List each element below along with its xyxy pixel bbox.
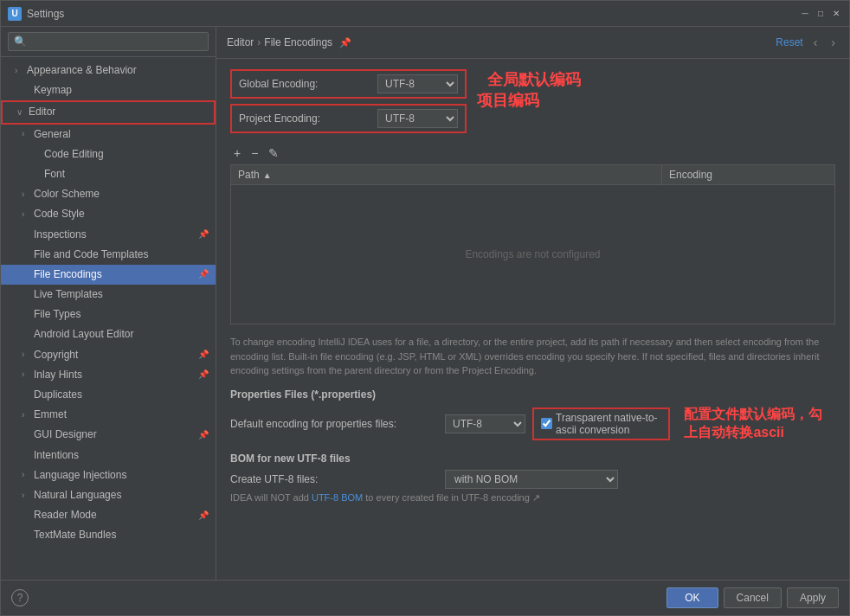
- properties-section: Properties Files (*.properties) Default …: [230, 388, 835, 442]
- default-encoding-label: Default encoding for properties files:: [230, 418, 438, 430]
- cancel-button[interactable]: Cancel: [724, 587, 782, 608]
- help-button[interactable]: ?: [11, 589, 29, 606]
- settings-tree: › Appearance & Behavior Keymap ∨ Editor …: [1, 57, 216, 580]
- window-controls: ─ □ ✕: [799, 8, 842, 20]
- sidebar-item-file-types[interactable]: File Types: [1, 305, 216, 324]
- sidebar-item-inlay-hints[interactable]: › Inlay Hints 📌: [1, 365, 216, 385]
- sidebar-item-android-layout-editor[interactable]: Android Layout Editor: [1, 324, 216, 344]
- panel-header: Editor › File Encodings 📌 Reset ‹ ›: [216, 27, 849, 59]
- sidebar-item-general[interactable]: › General: [1, 125, 216, 144]
- sidebar-item-textmate-bundles[interactable]: TextMate Bundles: [1, 525, 216, 545]
- pin-icon-fe: 📌: [198, 267, 209, 281]
- project-encoding-select[interactable]: UTF-8 ISO-8859-1 GBK: [377, 109, 458, 128]
- main-content: › Appearance & Behavior Keymap ∨ Editor …: [1, 27, 849, 580]
- note-text-before: IDEA will NOT add: [230, 492, 312, 503]
- sidebar-item-file-encodings[interactable]: File Encodings 📌: [1, 265, 216, 285]
- sidebar-item-label-appearance: Appearance & Behavior: [27, 62, 137, 79]
- col-path-label: Path: [238, 169, 260, 181]
- sidebar-item-reader-mode[interactable]: Reader Mode 📌: [1, 505, 216, 525]
- sidebar-item-label-inspections: Inspections: [34, 227, 87, 243]
- sidebar-item-label-code-style: Code Style: [34, 206, 85, 222]
- bom-note: IDEA will NOT add UTF-8 BOM to every cre…: [230, 492, 835, 504]
- path-encoding-table: Path ▲ Encoding Encodings are not config…: [230, 164, 835, 324]
- sidebar-item-label-dup: Duplicates: [34, 387, 82, 403]
- add-button[interactable]: +: [230, 145, 244, 161]
- maximize-button[interactable]: □: [815, 8, 827, 20]
- breadcrumb-editor: Editor: [227, 36, 254, 48]
- panel-body: Global Encoding: UTF-8 ISO-8859-1 GBK Pr…: [216, 59, 849, 580]
- minimize-button[interactable]: ─: [799, 8, 811, 20]
- annotation-global: 全局默认编码: [487, 69, 581, 90]
- sidebar-item-label-tmb: TextMate Bundles: [34, 527, 116, 543]
- col-encoding: Encoding: [661, 165, 834, 184]
- nav-back-button[interactable]: ‹: [810, 34, 821, 51]
- sidebar-item-gui-designer[interactable]: GUI Designer 📌: [1, 425, 216, 445]
- settings-window: U Settings ─ □ ✕ › Appearance & Behavior: [0, 0, 850, 616]
- note-text-after: to every created file in UTF-8 encoding: [363, 492, 530, 503]
- search-input[interactable]: [8, 32, 209, 51]
- sidebar-item-label-editor: Editor: [29, 104, 55, 120]
- sidebar-item-code-style[interactable]: › Code Style: [1, 204, 216, 224]
- sidebar-item-label-code-editing: Code Editing: [44, 146, 104, 163]
- sidebar-item-editor[interactable]: ∨ Editor: [1, 100, 216, 124]
- sidebar-item-label-keymap: Keymap: [34, 82, 72, 99]
- transparent-checkbox[interactable]: [541, 418, 552, 429]
- sidebar-item-appearance[interactable]: › Appearance & Behavior: [1, 61, 216, 80]
- nav-forward-button[interactable]: ›: [827, 34, 839, 51]
- sidebar-item-inspections[interactable]: Inspections 📌: [1, 225, 216, 245]
- sidebar-item-copyright[interactable]: › Copyright 📌: [1, 345, 216, 365]
- apply-button[interactable]: Apply: [787, 587, 839, 608]
- sidebar-item-file-code-templates[interactable]: File and Code Templates: [1, 245, 216, 265]
- sidebar-item-label-fct: File and Code Templates: [34, 247, 149, 263]
- title-bar: U Settings ─ □ ✕: [1, 1, 849, 27]
- breadcrumb-separator: ›: [257, 36, 261, 48]
- pin-icon-ih: 📌: [198, 368, 209, 382]
- ok-button[interactable]: OK: [666, 587, 718, 608]
- table-empty-message: Encodings are not configured: [231, 185, 834, 324]
- sidebar-item-natural-languages[interactable]: › Natural Languages: [1, 485, 216, 505]
- sidebar-item-emmet[interactable]: › Emmet: [1, 405, 216, 425]
- empty-text: Encodings are not configured: [465, 248, 600, 260]
- expand-arrow-nl: ›: [22, 489, 32, 503]
- sidebar-item-code-editing[interactable]: Code Editing: [1, 144, 216, 164]
- sidebar-item-label-ft: File Types: [34, 306, 80, 323]
- app-icon: U: [8, 7, 22, 21]
- remove-button[interactable]: −: [248, 145, 261, 161]
- annotation-project: 项目编码: [477, 90, 581, 111]
- sidebar-item-label-ale: Android Layout Editor: [34, 326, 133, 343]
- annotation-bottom: 配置文件默认编码，勾上自动转换ascii: [684, 406, 835, 442]
- sidebar-item-font[interactable]: Font: [1, 164, 216, 184]
- sidebar-item-label-copyright: Copyright: [34, 347, 78, 363]
- transparent-label: Transparent native-to-ascii conversion: [556, 412, 661, 436]
- create-utf8-select[interactable]: with NO BOM with BOM: [445, 470, 618, 489]
- sidebar-item-language-injections[interactable]: › Language Injections: [1, 465, 216, 485]
- table-header: Path ▲ Encoding: [231, 165, 834, 185]
- pin-icon-copyright: 📌: [198, 348, 209, 362]
- encoding-section: Global Encoding: UTF-8 ISO-8859-1 GBK Pr…: [230, 69, 835, 138]
- sort-icon: ▲: [263, 170, 272, 180]
- sidebar-item-intentions[interactable]: Intentions: [1, 446, 216, 465]
- sidebar-item-live-templates[interactable]: Live Templates: [1, 285, 216, 305]
- expand-arrow-appearance: ›: [15, 64, 25, 78]
- sidebar-item-label-fe: File Encodings: [34, 266, 102, 283]
- sidebar-item-color-scheme[interactable]: › Color Scheme: [1, 184, 216, 204]
- project-encoding-row: Project Encoding: UTF-8 ISO-8859-1 GBK: [230, 104, 467, 133]
- project-encoding-label: Project Encoding:: [239, 112, 377, 125]
- utf8-bom-link[interactable]: UTF-8 BOM: [312, 492, 363, 503]
- global-encoding-select[interactable]: UTF-8 ISO-8859-1 GBK: [377, 74, 458, 93]
- expand-arrow-ih: ›: [22, 368, 32, 382]
- encoding-rows: Global Encoding: UTF-8 ISO-8859-1 GBK Pr…: [230, 69, 467, 138]
- create-utf8-row: Create UTF-8 files: with NO BOM with BOM: [230, 470, 835, 489]
- sidebar-item-duplicates[interactable]: Duplicates: [1, 385, 216, 405]
- breadcrumb-file-encodings: File Encodings: [264, 36, 332, 48]
- reset-button[interactable]: Reset: [776, 36, 802, 48]
- default-encoding-select[interactable]: UTF-8 ISO-8859-1: [445, 414, 525, 433]
- sidebar-item-label-gui: GUI Designer: [34, 427, 97, 443]
- pin-icon-header: 📌: [339, 37, 351, 48]
- close-button[interactable]: ✕: [830, 8, 842, 20]
- bom-section: BOM for new UTF-8 files Create UTF-8 fil…: [230, 452, 835, 504]
- sidebar-item-keymap[interactable]: Keymap: [1, 80, 216, 100]
- right-panel: Editor › File Encodings 📌 Reset ‹ ›: [216, 27, 849, 580]
- edit-button[interactable]: ✎: [265, 145, 282, 161]
- expand-arrow-emmet: ›: [22, 408, 32, 422]
